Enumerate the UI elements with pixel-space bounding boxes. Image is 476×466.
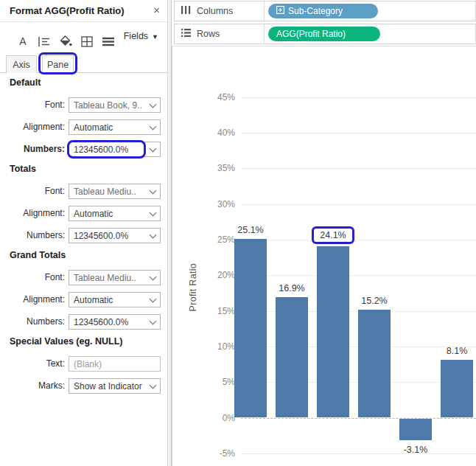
font-icon[interactable]: A — [16, 35, 29, 48]
select-value: Tableau Book, 9.. — [74, 99, 147, 113]
rows-icon — [181, 27, 191, 41]
totals-alignment-select[interactable]: Automatic — [69, 206, 161, 221]
gridline — [241, 240, 476, 240]
y-tick-label: 10% — [198, 341, 235, 352]
bar[interactable] — [441, 360, 473, 417]
select-value: Show at Indicator — [74, 380, 147, 394]
rows-label: Rows — [197, 29, 220, 39]
chevron-down-icon — [150, 232, 157, 239]
y-tick-label: -5% — [198, 448, 235, 459]
bar[interactable] — [399, 419, 432, 441]
shading-icon[interactable] — [59, 35, 72, 48]
gridline — [241, 453, 476, 454]
totals-numbers-row: Numbers: 12345600.0% — [7, 228, 161, 243]
chevron-down-icon — [150, 296, 157, 303]
format-tabs: Axis Pane — [0, 55, 167, 73]
bar[interactable] — [358, 310, 391, 418]
y-tick-label: 15% — [198, 305, 235, 317]
format-panel-header: Format AGG(Profit Ratio) × — [0, 0, 167, 22]
gridline — [241, 168, 476, 169]
rows-shelf-label-cell: Rows — [175, 24, 265, 44]
select-value: Tableau Mediu.. — [74, 271, 147, 285]
grand-totals-numbers-row: Numbers: 12345600.0% — [7, 314, 161, 330]
panel-title: Format AGG(Profit Ratio) — [10, 5, 125, 16]
y-tick-label: 30% — [198, 198, 235, 210]
pill-sub-category[interactable]: Sub-Category — [268, 4, 378, 18]
chart-pane[interactable]: Profit Ratio 45%40%35%30%25%20%15%10%5%0… — [172, 46, 476, 466]
fields-dropdown[interactable]: Fields▼ — [124, 31, 158, 41]
totals-numbers-select[interactable]: 12345600.0% — [69, 228, 161, 243]
chevron-down-icon — [150, 187, 157, 195]
bar[interactable] — [234, 239, 267, 417]
chevron-down-icon — [150, 145, 157, 153]
font-label: Font: — [7, 184, 69, 199]
gridline — [241, 97, 476, 98]
grand-totals-alignment-select[interactable]: Automatic — [69, 292, 161, 307]
special-text-row: Text: — [7, 356, 161, 372]
section-heading-totals: Totals — [10, 164, 161, 175]
columns-shelf-label-cell: Columns — [175, 1, 265, 21]
chevron-down-icon — [150, 101, 157, 108]
y-tick-label: 20% — [198, 269, 235, 281]
special-text-input[interactable] — [69, 357, 160, 371]
marks-label: Marks: — [7, 378, 69, 394]
gridline — [241, 275, 476, 276]
y-axis-title: Profit Ratio — [188, 263, 198, 311]
select-value: 12345600.0% — [74, 229, 147, 243]
text-label: Text: — [7, 356, 69, 372]
y-tick-label: 40% — [198, 127, 235, 139]
y-tick-label: 35% — [198, 162, 235, 174]
y-tick-label: 0% — [198, 412, 235, 424]
totals-font-select[interactable]: Tableau Mediu.. — [69, 184, 161, 199]
bar[interactable] — [317, 246, 349, 418]
y-tick-label: 5% — [198, 376, 235, 388]
select-value: Automatic — [74, 207, 147, 221]
bar-value-label-highlighted: 24.1% — [312, 226, 354, 244]
columns-shelf[interactable]: Columns Sub-Category — [174, 1, 476, 21]
select-value: Tableau Mediu.. — [74, 185, 147, 199]
pill-agg-profit-ratio[interactable]: AGG(Profit Ratio) — [268, 27, 380, 41]
format-panel: Format AGG(Profit Ratio) × A Fie — [0, 0, 167, 466]
expand-plus-icon[interactable] — [276, 6, 284, 16]
tab-axis[interactable]: Axis — [6, 55, 37, 73]
special-marks-row: Marks: Show at Indicator — [7, 378, 161, 394]
chevron-down-icon — [150, 274, 157, 281]
grand-totals-numbers-select[interactable]: 12345600.0% — [69, 314, 161, 330]
section-heading-default: Default — [10, 77, 161, 89]
chevron-down-icon — [150, 123, 157, 131]
rows-shelf[interactable]: Rows AGG(Profit Ratio) — [174, 24, 476, 44]
chevron-down-icon — [150, 382, 157, 389]
select-value: Automatic — [74, 293, 147, 307]
default-alignment-select[interactable]: Automatic — [69, 119, 161, 135]
select-value: 12345600.0% — [74, 316, 147, 330]
default-font-row: Font: Tableau Book, 9.. — [7, 97, 161, 113]
pill-label: AGG(Profit Ratio) — [276, 29, 346, 39]
select-value: 12345600.0% — [74, 143, 147, 157]
bar-value-label: 15.2% — [352, 295, 396, 307]
alignment-icon[interactable] — [38, 35, 51, 48]
totals-font-row: Font: Tableau Mediu.. — [7, 184, 161, 199]
chevron-down-icon — [150, 209, 157, 217]
close-icon[interactable]: × — [153, 4, 160, 16]
numbers-label: Numbers: — [7, 142, 69, 157]
font-label: Font: — [7, 270, 69, 285]
fields-label: Fields — [124, 31, 148, 41]
bar-value-label: 16.9% — [270, 282, 314, 294]
default-numbers-row: Numbers: 12345600.0% — [7, 142, 161, 157]
default-font-select[interactable]: Tableau Book, 9.. — [69, 97, 161, 113]
alignment-label: Alignment: — [7, 292, 69, 307]
bar[interactable] — [276, 297, 308, 417]
caret-down-icon: ▼ — [152, 33, 158, 41]
section-heading-grand-totals: Grand Totals — [10, 250, 161, 262]
format-toolbar: A Fields▼ — [0, 22, 167, 52]
bar-value-label: 25.1% — [228, 224, 273, 236]
numbers-label: Numbers: — [7, 228, 69, 243]
grand-totals-font-select[interactable]: Tableau Mediu.. — [69, 270, 161, 285]
lines-icon[interactable] — [102, 35, 115, 48]
bar-value-label: -3.1% — [393, 444, 438, 456]
font-label: Font: — [7, 97, 69, 113]
special-marks-select[interactable]: Show at Indicator — [69, 378, 161, 394]
borders-icon[interactable] — [80, 35, 94, 48]
default-numbers-select[interactable]: 12345600.0% — [69, 142, 161, 157]
tab-pane[interactable]: Pane — [42, 55, 74, 73]
